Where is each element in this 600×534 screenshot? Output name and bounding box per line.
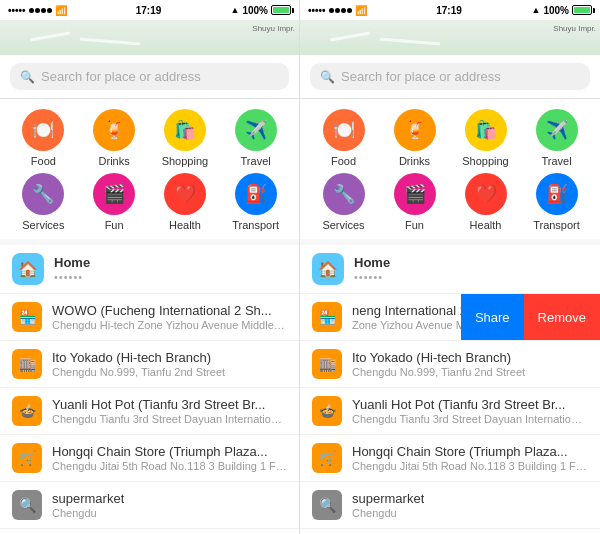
category-health-right[interactable]: ❤️ Health [456,173,516,231]
home-icon-right: 🏠 [312,253,344,285]
health-label-right: Health [470,219,502,231]
arrow-icon-left: ▲ [231,5,240,15]
left-panel: ••••• 📶 17:19 ▲ 100% Shuyu Impr. 🔍 Searc… [0,0,300,534]
food-icon-left: 🍽️ [22,109,64,151]
category-shopping-right[interactable]: 🛍️ Shopping [456,109,516,167]
home-text-right: Home •••••• [354,255,390,283]
status-left: ••••• 📶 [8,5,67,16]
place-item-3-left[interactable]: 🛒 Hongqi Chain Store (Triumph Plaza... C… [0,435,299,482]
place-text-4-right: supermarket Chengdu [352,491,424,519]
place-item-4-left[interactable]: 🔍 supermarket Chengdu [0,482,299,529]
search-placeholder-right: Search for place or address [341,69,501,84]
category-shopping-left[interactable]: 🛍️ Shopping [155,109,215,167]
food-label-right: Food [331,155,356,167]
place-item-0-left[interactable]: 🏪 WOWO (Fucheng International 2 Sh... Ch… [0,294,299,341]
category-services-right[interactable]: 🔧 Services [314,173,374,231]
status-bar-right: ••••• 📶 17:19 ▲ 100% [300,0,600,20]
services-icon-left: 🔧 [22,173,64,215]
fun-label-left: Fun [105,219,124,231]
drinks-label-right: Drinks [399,155,430,167]
category-food-right[interactable]: 🍽️ Food [314,109,374,167]
category-fun-right[interactable]: 🎬 Fun [385,173,445,231]
fun-icon-right: 🎬 [394,173,436,215]
category-services-left[interactable]: 🔧 Services [13,173,73,231]
drinks-icon-right: 🍹 [394,109,436,151]
place-text-1-left: Ito Yokado (Hi-tech Branch) Chengdu No.9… [52,350,225,378]
place-icon-0-left: 🏪 [12,302,42,332]
home-item-left[interactable]: 🏠 Home •••••• [0,245,299,294]
drinks-icon-left: 🍹 [93,109,135,151]
fun-icon-left: 🎬 [93,173,135,215]
category-transport-right[interactable]: ⛽ Transport [527,173,587,231]
home-item-right[interactable]: 🏠 Home •••••• [300,245,600,294]
battery-label-left: 100% [242,5,268,16]
remove-button[interactable]: Remove [524,294,600,340]
home-text-left: Home •••••• [54,255,90,283]
place-title-1-right: Ito Yokado (Hi-tech Branch) [352,350,525,365]
place-title-4-left: supermarket [52,491,124,506]
travel-icon-right: ✈️ [536,109,578,151]
home-subtitle-right: •••••• [354,271,390,283]
place-icon-0-right: 🏪 [312,302,342,332]
list-right: 🏠 Home •••••• 🏪 neng International 2 Sh.… [300,245,600,534]
right-panel: ••••• 📶 17:19 ▲ 100% Shuyu Impr. 🔍 Searc… [300,0,600,534]
wifi-icon-left: 📶 [55,5,67,16]
category-fun-left[interactable]: 🎬 Fun [84,173,144,231]
search-input-right[interactable]: 🔍 Search for place or address [310,63,590,90]
battery-label-right: 100% [543,5,569,16]
services-label-right: Services [322,219,364,231]
place-sub-3-left: Chengdu Jitai 5th Road No.118 3 Building… [52,460,287,472]
search-input-left[interactable]: 🔍 Search for place or address [10,63,289,90]
place-title-0-left: WOWO (Fucheng International 2 Sh... [52,303,287,318]
place-sub-2-left: Chengdu Tianfu 3rd Street Dayuan Interna… [52,413,287,425]
place-item-4-right[interactable]: 🔍 supermarket Chengdu [300,482,600,529]
place-title-2-right: Yuanli Hot Pot (Tianfu 3rd Street Br... [352,397,588,412]
place-sub-1-left: Chengdu No.999, Tianfu 2nd Street [52,366,225,378]
place-icon-3-right: 🛒 [312,443,342,473]
travel-icon-left: ✈️ [235,109,277,151]
search-bar-left[interactable]: 🔍 Search for place or address [0,55,299,99]
place-item-2-right[interactable]: 🍲 Yuanli Hot Pot (Tianfu 3rd Street Br..… [300,388,600,435]
category-health-left[interactable]: ❤️ Health [155,173,215,231]
status-right-left: ▲ 100% [231,5,292,16]
place-sub-3-right: Chengdu Jitai 5th Road No.118 3 Building… [352,460,588,472]
shopping-label-left: Shopping [162,155,209,167]
place-item-1-right[interactable]: 🏬 Ito Yokado (Hi-tech Branch) Chengdu No… [300,341,600,388]
category-food-left[interactable]: 🍽️ Food [13,109,73,167]
search-placeholder-left: Search for place or address [41,69,201,84]
shopping-label-right: Shopping [462,155,509,167]
place-text-3-left: Hongqi Chain Store (Triumph Plaza... Che… [52,444,287,472]
place-text-1-right: Ito Yokado (Hi-tech Branch) Chengdu No.9… [352,350,525,378]
shuyu-label-left: Shuyu Impr. [252,24,295,33]
place-item-1-left[interactable]: 🏬 Ito Yokado (Hi-tech Branch) Chengdu No… [0,341,299,388]
category-drinks-right[interactable]: 🍹 Drinks [385,109,445,167]
place-icon-4-left: 🔍 [12,490,42,520]
search-icon-left: 🔍 [20,70,35,84]
health-icon-right: ❤️ [465,173,507,215]
shuyu-label-right: Shuyu Impr. [553,24,596,33]
place-text-2-left: Yuanli Hot Pot (Tianfu 3rd Street Br... … [52,397,287,425]
category-travel-right[interactable]: ✈️ Travel [527,109,587,167]
category-drinks-left[interactable]: 🍹 Drinks [84,109,144,167]
wifi-icon-right: 📶 [355,5,367,16]
place-sub-2-right: Chengdu Tianfu 3rd Street Dayuan Interna… [352,413,588,425]
category-row-1-right: 🍽️ Food 🍹 Drinks 🛍️ Shopping ✈️ Travel [300,109,600,167]
search-bar-right[interactable]: 🔍 Search for place or address [300,55,600,99]
status-left-right: ••••• 📶 [308,5,367,16]
services-label-left: Services [22,219,64,231]
category-transport-left[interactable]: ⛽ Transport [226,173,286,231]
place-icon-4-right: 🔍 [312,490,342,520]
carrier-right: ••••• [308,5,326,16]
place-item-2-left[interactable]: 🍲 Yuanli Hot Pot (Tianfu 3rd Street Br..… [0,388,299,435]
signal-right [329,8,352,13]
category-travel-left[interactable]: ✈️ Travel [226,109,286,167]
list-left: 🏠 Home •••••• 🏪 WOWO (Fucheng Internatio… [0,245,299,534]
place-item-3-right[interactable]: 🛒 Hongqi Chain Store (Triumph Plaza... C… [300,435,600,482]
place-icon-1-right: 🏬 [312,349,342,379]
place-item-0-right[interactable]: 🏪 neng International 2 Sh... Zone Yizhou… [300,294,600,341]
place-title-1-left: Ito Yokado (Hi-tech Branch) [52,350,225,365]
place-icon-1-left: 🏬 [12,349,42,379]
place-title-3-left: Hongqi Chain Store (Triumph Plaza... [52,444,287,459]
place-icon-2-right: 🍲 [312,396,342,426]
share-button[interactable]: Share [461,294,524,340]
